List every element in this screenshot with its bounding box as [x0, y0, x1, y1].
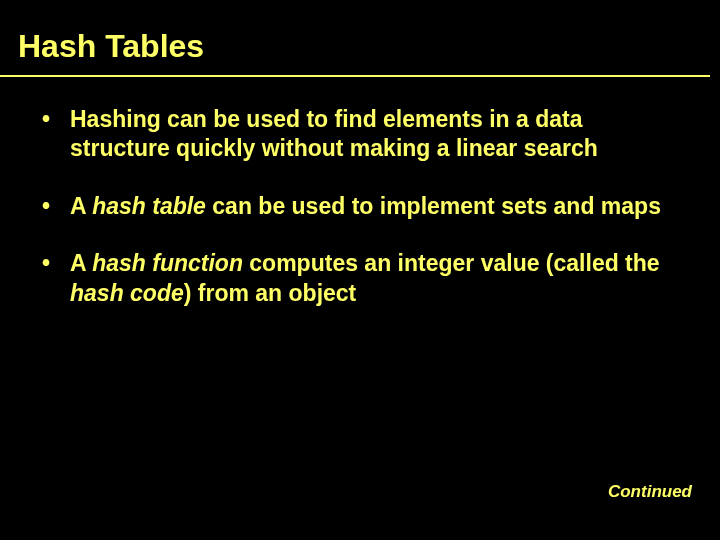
- bullet-text-pre: A: [70, 193, 92, 219]
- bullet-item: A hash function computes an integer valu…: [36, 249, 684, 308]
- bullet-text-post: can be used to implement sets and maps: [206, 193, 661, 219]
- bullet-text: Hashing can be used to find elements in …: [70, 106, 598, 161]
- slide: Hash Tables Hashing can be used to find …: [0, 0, 720, 540]
- bullet-text-post: computes an integer value (called the: [243, 250, 660, 276]
- bullet-list: Hashing can be used to find elements in …: [36, 105, 684, 308]
- bullet-text-pre: A: [70, 250, 92, 276]
- footer-continued: Continued: [608, 482, 692, 502]
- slide-content: Hashing can be used to find elements in …: [0, 77, 720, 308]
- slide-title: Hash Tables: [0, 0, 710, 77]
- bullet-text-italic: hash table: [92, 193, 206, 219]
- bullet-item: Hashing can be used to find elements in …: [36, 105, 684, 164]
- bullet-text-post2: ) from an object: [184, 280, 357, 306]
- bullet-text-italic: hash function: [92, 250, 243, 276]
- bullet-text-italic2: hash code: [70, 280, 184, 306]
- bullet-item: A hash table can be used to implement se…: [36, 192, 684, 221]
